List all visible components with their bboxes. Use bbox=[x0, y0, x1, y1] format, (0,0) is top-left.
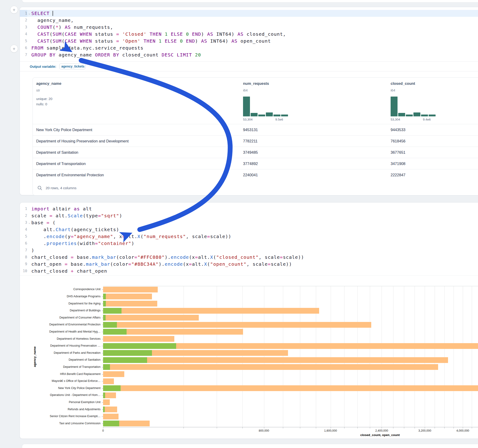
previous-cell-edge bbox=[22, 0, 478, 3]
code-line[interactable]: 10chart_closed + chart_open bbox=[20, 268, 478, 274]
bar-closed-count[interactable] bbox=[103, 294, 152, 299]
bar-open-count[interactable] bbox=[103, 329, 126, 335]
bar-closed-count[interactable] bbox=[103, 315, 199, 321]
bar-open-count[interactable] bbox=[103, 350, 152, 356]
code-line[interactable]: 5 .encode(y="agency_name", x=alt.X("num_… bbox=[20, 233, 478, 240]
table-footer: 20 rows, 4 columns bbox=[33, 180, 478, 195]
gridline bbox=[463, 286, 463, 427]
table-row[interactable]: New York City Police Department945313194… bbox=[33, 124, 478, 136]
bar-open-count[interactable] bbox=[103, 301, 106, 306]
y-axis-label: Personal Exemption Unit bbox=[0, 400, 101, 404]
table-cell: Department of Sanitation bbox=[36, 147, 78, 158]
bar-closed-count[interactable] bbox=[103, 322, 371, 328]
x-tick bbox=[453, 427, 454, 428]
x-axis-title: closed_count, open_count bbox=[334, 433, 426, 437]
bar-closed-count[interactable] bbox=[103, 336, 174, 342]
table-row[interactable]: Department of Housing Preservation and D… bbox=[33, 135, 478, 147]
y-axis-label: Operations Unit - Department of Hom… bbox=[0, 393, 101, 397]
bar-closed-count[interactable] bbox=[103, 308, 319, 314]
column-header[interactable]: closed_count bbox=[391, 81, 415, 86]
code-line[interactable]: 8chart_closed = base.mark_bar(color="#FF… bbox=[20, 254, 478, 261]
bar-closed-count[interactable] bbox=[103, 357, 448, 363]
bar-closed-count[interactable] bbox=[103, 364, 438, 370]
fold-spacer bbox=[27, 240, 31, 247]
bar-closed-count[interactable] bbox=[103, 399, 110, 405]
code-line[interactable]: 6 .properties(width="container") bbox=[20, 240, 478, 247]
fold-chevron-icon[interactable]: ⌄ bbox=[27, 219, 31, 226]
code-text: SELECT bbox=[31, 10, 478, 17]
bar-open-count[interactable] bbox=[103, 421, 119, 426]
line-number: 4 bbox=[20, 31, 27, 37]
table-row[interactable]: Department of Transportation377489234719… bbox=[33, 158, 478, 169]
table-cell: 3774892 bbox=[243, 158, 258, 169]
gridline bbox=[283, 286, 283, 427]
bar-closed-count[interactable] bbox=[103, 385, 478, 391]
code-line[interactable]: 7) bbox=[20, 247, 478, 254]
table-cell: 3749485 bbox=[243, 147, 258, 158]
gridline bbox=[435, 286, 435, 427]
gridline bbox=[404, 286, 404, 427]
x-tick bbox=[370, 427, 370, 428]
code-line[interactable]: 4 alt.Chart(agency_tickets) bbox=[20, 226, 478, 233]
table-row[interactable]: Department of Environmental Protection22… bbox=[33, 169, 478, 181]
bar-closed-count[interactable] bbox=[103, 378, 114, 384]
bar-open-count[interactable] bbox=[103, 385, 121, 391]
add-cell-button[interactable]: + bbox=[10, 6, 18, 14]
code-line[interactable]: 1⌄SELECT bbox=[20, 10, 478, 17]
bar-open-count[interactable] bbox=[103, 364, 110, 370]
bar-closed-count[interactable] bbox=[103, 414, 119, 419]
column-header[interactable]: agency_name bbox=[36, 81, 61, 86]
gridline bbox=[453, 286, 454, 427]
x-tick bbox=[183, 427, 184, 428]
x-tick bbox=[331, 427, 331, 428]
code-line[interactable]: 3⌄base = ( bbox=[20, 219, 478, 226]
bar-open-count[interactable] bbox=[103, 392, 105, 398]
bar-open-count[interactable] bbox=[103, 322, 117, 328]
table-row[interactable]: Department of Sanitation37494853677651 bbox=[33, 147, 478, 158]
code-line[interactable]: 2 agency_name, bbox=[20, 17, 478, 24]
code-line[interactable]: 9chart_open = base.mark_bar(color="#8BC3… bbox=[20, 261, 478, 268]
sql-editor[interactable]: 1⌄SELECT 2 agency_name,3 COUNT(*) AS num… bbox=[20, 7, 478, 58]
code-line[interactable]: 6FROM sample_data.nyc.service_requests bbox=[20, 44, 478, 51]
column-header[interactable]: num_requests bbox=[243, 81, 269, 86]
code-text: scale = alt.Scale(type="sqrt") bbox=[31, 212, 478, 219]
bar-closed-count[interactable] bbox=[103, 301, 157, 306]
y-tick bbox=[102, 332, 103, 332]
line-number: 5 bbox=[20, 233, 27, 240]
bar-closed-count[interactable] bbox=[103, 406, 117, 412]
table-cell: 9453131 bbox=[243, 124, 258, 136]
code-line[interactable]: 7GROUP BY agency_name ORDER BY closed_co… bbox=[20, 51, 478, 58]
line-number: 6 bbox=[20, 44, 27, 51]
x-tick bbox=[435, 427, 435, 428]
bar-open-count[interactable] bbox=[103, 315, 106, 321]
gridline bbox=[425, 286, 425, 427]
bar-open-count[interactable] bbox=[103, 308, 121, 314]
search-icon[interactable] bbox=[37, 186, 42, 191]
python-editor[interactable]: 1import altair as alt2scale = alt.Scale(… bbox=[20, 203, 478, 274]
code-line[interactable]: 3 COUNT(*) AS num_requests, bbox=[20, 24, 478, 31]
bar-closed-count[interactable] bbox=[103, 287, 158, 292]
fold-chevron-icon[interactable]: ⌄ bbox=[27, 10, 31, 17]
code-line[interactable]: 4 CAST(SUM(CASE WHEN status = 'Closed' T… bbox=[20, 31, 478, 37]
bar-open-count[interactable] bbox=[103, 406, 105, 412]
sql-cell: 1⌄SELECT 2 agency_name,3 COUNT(*) AS num… bbox=[20, 7, 478, 195]
x-tick bbox=[444, 427, 445, 428]
code-line[interactable]: 5 CAST(SUM(CASE WHEN status = 'Open' THE… bbox=[20, 37, 478, 44]
line-number: 2 bbox=[20, 212, 27, 219]
line-number: 10 bbox=[20, 268, 27, 274]
bar-open-count[interactable] bbox=[103, 294, 106, 299]
bar-open-count[interactable] bbox=[103, 357, 147, 363]
x-tick bbox=[463, 427, 463, 428]
gridline bbox=[242, 286, 243, 427]
add-cell-button[interactable]: + bbox=[10, 45, 18, 53]
output-variable-pill[interactable]: agency_tickets bbox=[59, 63, 86, 69]
bar-open-count[interactable] bbox=[103, 343, 176, 349]
bar-closed-count[interactable] bbox=[103, 371, 124, 377]
gridline bbox=[382, 286, 382, 427]
editor-output-divider bbox=[20, 275, 478, 276]
code-line[interactable]: 1import altair as alt bbox=[20, 205, 478, 212]
histogram-bar bbox=[273, 115, 280, 116]
gridline bbox=[472, 286, 472, 427]
code-line[interactable]: 2scale = alt.Scale(type="sqrt") bbox=[20, 212, 478, 219]
y-axis-label: HRA Benefit Card Replacement bbox=[0, 372, 101, 376]
